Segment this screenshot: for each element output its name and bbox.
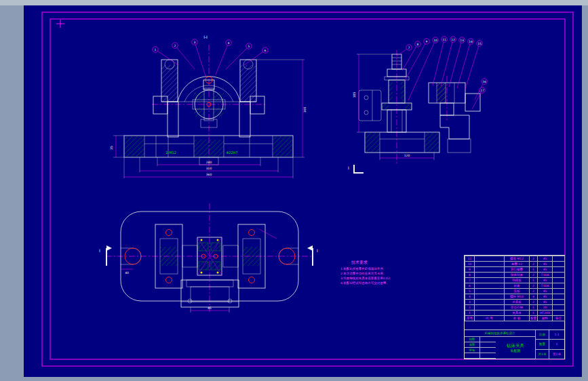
svg-text:17: 17 xyxy=(480,89,484,92)
bom-cell xyxy=(475,289,505,294)
part-balloon[interactable]: 14 xyxy=(468,39,473,44)
bom-cell: 2 xyxy=(530,283,538,289)
dim-text: 160 xyxy=(303,107,307,113)
bom-cell: 2 xyxy=(530,289,538,294)
svg-text:11: 11 xyxy=(442,38,446,41)
part-balloon[interactable]: 16 xyxy=(482,79,487,84)
bom-cell xyxy=(553,305,565,310)
svg-text:2: 2 xyxy=(174,44,176,47)
bom-cell: 快换钻套 xyxy=(505,273,530,278)
bom-cell xyxy=(553,278,565,283)
part-balloon[interactable]: 15 xyxy=(477,41,482,46)
bom-cell: 45 xyxy=(538,267,553,273)
part-balloon[interactable]: 13 xyxy=(459,37,465,43)
sig-value xyxy=(480,353,496,358)
bom-cell xyxy=(475,267,505,273)
bom-cell xyxy=(553,273,565,278)
bom-cell xyxy=(553,289,565,294)
sig-label: 制图 xyxy=(465,337,480,342)
part-balloon[interactable]: 12 xyxy=(450,37,456,42)
thread-label: 2-M12 xyxy=(165,151,176,155)
bom-cell: 45 xyxy=(538,289,553,294)
field-value: 1:1 xyxy=(549,330,564,339)
part-balloon[interactable]: 6 xyxy=(262,47,268,53)
svg-text:5: 5 xyxy=(248,45,250,48)
bom-cell: 10 xyxy=(465,262,475,267)
part-balloon[interactable]: 5 xyxy=(246,43,252,49)
dim-text: 40 xyxy=(125,271,129,275)
part-balloon[interactable]: 17 xyxy=(479,87,485,93)
sig-label: 描图 xyxy=(465,342,480,347)
part-balloon[interactable]: 2 xyxy=(172,43,178,48)
svg-text:10: 10 xyxy=(433,39,437,42)
bom-cell: 11 xyxy=(465,256,475,262)
bom-cell: 2 xyxy=(530,273,538,278)
dim-text: 120 xyxy=(404,154,410,157)
bom-cell: 定位心轴 xyxy=(505,305,530,310)
tech-requirement-line: 3.钻套轴线对夹具体底面垂直度0.02; xyxy=(340,277,415,281)
bom-cell: 45 xyxy=(538,262,553,267)
bom-cell: 1 xyxy=(530,310,538,316)
bom-cell: 2 xyxy=(465,305,475,310)
bom-cell: 材料 xyxy=(538,316,553,321)
bom-cell: 45 xyxy=(538,278,553,283)
bom-cell: 螺母 M12 xyxy=(505,256,530,262)
svg-text:I: I xyxy=(99,248,100,253)
svg-text:8: 8 xyxy=(417,43,419,46)
bom-cell xyxy=(553,310,565,316)
bom-cell: 8 xyxy=(465,273,475,278)
bom-cell: 4 xyxy=(465,294,475,300)
field-label: 共1张 xyxy=(536,350,549,359)
dim-text: 360 xyxy=(206,173,212,176)
bom-cell: 垫圈 12 xyxy=(505,262,530,267)
bom-cell: 3 xyxy=(465,300,475,305)
field-value: 第1张 xyxy=(549,350,564,359)
part-balloon[interactable]: 1 xyxy=(153,47,158,52)
part-balloon[interactable]: 9 xyxy=(424,39,429,44)
part-balloon[interactable]: 3 xyxy=(192,39,197,45)
part-balloon[interactable]: 11 xyxy=(442,37,447,42)
bom-cell xyxy=(475,283,505,289)
bom-table: 11螺母 M1224510垫圈 122459开口垫圈1458快换钻套2T10A7… xyxy=(465,256,565,321)
svg-text:I: I xyxy=(317,248,318,253)
bom-cell xyxy=(475,273,505,278)
technical-requirements: 技术要求 1.装配前所有零件必须清洗干净; 2.各活动零件动作应灵活无卡滞; 3… xyxy=(340,260,415,286)
sig-label: 审核 xyxy=(465,348,480,353)
bom-cell: 支承板 xyxy=(505,300,530,305)
bom-cell: 6 xyxy=(465,283,475,289)
bom-cell xyxy=(553,283,565,289)
bom-cell: 数量 xyxy=(530,316,538,321)
cad-application-window: { "palette": { "canvas_bg": "#000080", "… xyxy=(0,0,588,381)
bom-cell xyxy=(475,300,505,305)
bom-cell: T10A xyxy=(538,283,553,289)
bom-cell: 夹具体 xyxy=(505,310,530,316)
field-value: 1 xyxy=(549,340,564,348)
field-label: 比例 xyxy=(536,330,549,339)
title-block: 11螺母 M1224510垫圈 122459开口垫圈1458快换钻套2T10A7… xyxy=(464,255,565,359)
signature-rows: 制图 描图 审核 xyxy=(465,337,496,359)
tech-requirements-title: 技术要求 xyxy=(351,260,415,266)
section-label: I-I xyxy=(203,35,208,39)
bom-cell: 5 xyxy=(465,289,475,294)
bom-cell: 1 xyxy=(530,305,538,310)
svg-text:4: 4 xyxy=(228,41,230,45)
bore-label: Φ22H7 xyxy=(226,151,237,155)
part-balloon[interactable]: 10 xyxy=(433,37,438,43)
part-balloon[interactable]: 7 xyxy=(406,45,412,50)
svg-text:16: 16 xyxy=(482,80,486,83)
bom-cell: 45 xyxy=(538,300,553,305)
bom-cell: 序号 xyxy=(465,316,475,321)
tech-requirement-line: 4.装配后经试钻合格方可交付使用。 xyxy=(340,281,415,286)
part-balloon[interactable]: 8 xyxy=(415,41,420,47)
svg-text:3: 3 xyxy=(194,41,196,44)
part-balloon[interactable]: 4 xyxy=(226,40,231,45)
bom-cell: 45 xyxy=(538,256,553,262)
drawing-title-cell: 钻床夹具 装配图 xyxy=(496,337,536,359)
sig-value xyxy=(480,337,496,342)
dim-text: 310 xyxy=(206,167,212,170)
sig-value xyxy=(480,348,496,353)
scale-rows: 比例1:1 数量1 共1张第1张 xyxy=(536,330,564,359)
bom-cell: 1 xyxy=(530,278,538,283)
bom-cell xyxy=(475,305,505,310)
organization-name: 机械制造技术课程设计 xyxy=(465,330,536,337)
